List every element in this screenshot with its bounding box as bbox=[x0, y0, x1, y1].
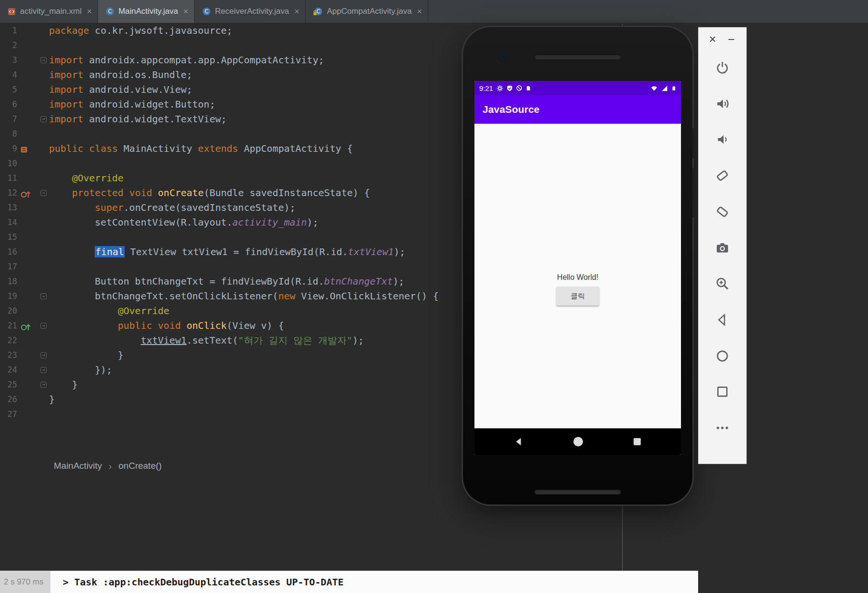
java-class-icon: C bbox=[106, 7, 114, 16]
line-number[interactable]: 25 bbox=[0, 377, 17, 392]
xml-file-icon bbox=[8, 8, 16, 16]
line-number[interactable]: 5 bbox=[0, 82, 17, 97]
nav-back-button[interactable] bbox=[513, 436, 524, 447]
line-number[interactable]: 22 bbox=[0, 333, 17, 348]
do-not-disturb-icon bbox=[516, 85, 523, 91]
nav-home-button[interactable] bbox=[572, 436, 584, 447]
breadcrumb-item-method[interactable]: onCreate() bbox=[118, 461, 162, 471]
code-text: package co.kr.jwsoft.javasource; bbox=[49, 23, 232, 38]
line-number[interactable]: 3 bbox=[0, 53, 17, 68]
line-number[interactable]: 18 bbox=[0, 274, 17, 289]
line-number[interactable]: 26 bbox=[0, 392, 17, 407]
nav-overview-button[interactable] bbox=[632, 436, 642, 447]
fold-marker-icon[interactable]: ⌐ bbox=[40, 352, 47, 358]
sim-card-icon bbox=[525, 85, 531, 92]
line-number[interactable]: 2 bbox=[0, 38, 17, 53]
emulator-minimize-button[interactable]: − bbox=[728, 33, 735, 45]
tab-label: AppCompatActivity.java bbox=[327, 7, 412, 16]
emulator-phone-frame: 9:21 JavaSource Hello World! 클릭 bbox=[463, 27, 692, 504]
code-text: txtView1.setText("혀가 길지 않은 개발자"); bbox=[49, 333, 364, 348]
front-camera bbox=[500, 54, 506, 60]
app-content: Hello World! 클릭 bbox=[474, 124, 681, 428]
line-number[interactable]: 13 bbox=[0, 200, 17, 215]
battery-icon bbox=[671, 85, 676, 92]
fold-marker-icon[interactable]: ⌐ bbox=[40, 382, 47, 388]
line-number[interactable]: 24 bbox=[0, 363, 17, 377]
power-button[interactable] bbox=[713, 58, 732, 77]
tab-close-icon[interactable]: × bbox=[87, 7, 92, 16]
phone-status-bar: 9:21 bbox=[474, 81, 681, 95]
rotate-left-button[interactable] bbox=[713, 166, 732, 185]
tab-receiveractivity-java[interactable]: CReceiverActivity.java× bbox=[195, 0, 306, 23]
code-text: } bbox=[49, 348, 124, 363]
line-number[interactable]: 15 bbox=[0, 230, 17, 245]
tab-close-icon[interactable]: × bbox=[417, 7, 422, 16]
line-number[interactable]: 16 bbox=[0, 245, 17, 259]
code-text: } bbox=[49, 377, 78, 392]
line-number[interactable]: 10 bbox=[0, 156, 17, 171]
tab-close-icon[interactable]: × bbox=[183, 7, 188, 16]
code-text: super.onCreate(savedInstanceState); bbox=[49, 200, 296, 215]
emulator-close-button[interactable]: × bbox=[709, 33, 716, 45]
line-number[interactable]: 1 bbox=[0, 23, 17, 38]
wifi-icon bbox=[651, 85, 658, 92]
screenshot-button[interactable] bbox=[713, 238, 732, 257]
bottom-speaker bbox=[534, 489, 621, 494]
line-number[interactable]: 20 bbox=[0, 304, 17, 318]
tab-activity-main-xml[interactable]: activity_main.xml× bbox=[0, 0, 98, 23]
home-button[interactable] bbox=[713, 346, 732, 366]
fold-marker-icon[interactable]: − bbox=[40, 190, 47, 196]
click-button[interactable]: 클릭 bbox=[556, 287, 599, 306]
tab-mainactivity-java[interactable]: CMainActivity.java× bbox=[98, 0, 195, 23]
volume-down-button[interactable] bbox=[713, 130, 732, 149]
code-text: setContentView(R.layout.activity_main); bbox=[49, 215, 318, 230]
volume-up-button[interactable] bbox=[713, 94, 732, 113]
line-number[interactable]: 19 bbox=[0, 289, 17, 304]
svg-text:C: C bbox=[205, 8, 208, 15]
build-duration: 2 s 970 ms bbox=[0, 571, 50, 593]
line-number[interactable]: 17 bbox=[0, 259, 17, 274]
tab-label: ReceiverActivity.java bbox=[215, 7, 289, 16]
line-number[interactable]: 27 bbox=[0, 407, 17, 422]
line-number[interactable]: 9 bbox=[0, 141, 17, 156]
back-button[interactable] bbox=[713, 310, 732, 329]
code-text: Button btnChangeTxt = findViewById(R.id.… bbox=[49, 274, 404, 289]
code-text: import android.widget.Button; bbox=[49, 97, 215, 112]
svg-text:C: C bbox=[108, 8, 112, 15]
fold-marker-icon[interactable]: ⌐ bbox=[40, 116, 47, 122]
line-number[interactable]: 14 bbox=[0, 215, 17, 230]
code-text: public void onClick(View v) { bbox=[49, 318, 284, 333]
code-text: final TextView txtView1 = findViewById(R… bbox=[49, 245, 405, 259]
more-button[interactable] bbox=[713, 418, 732, 437]
line-number[interactable]: 4 bbox=[0, 68, 17, 82]
fold-marker-icon[interactable]: − bbox=[40, 293, 47, 299]
code-text: protected void onCreate(Bundle savedInst… bbox=[49, 186, 370, 200]
fold-marker-icon[interactable]: ⌐ bbox=[40, 367, 47, 373]
line-number[interactable]: 6 bbox=[0, 97, 17, 112]
tab-appcompatactivity-java[interactable]: CAppCompatActivity.java× bbox=[306, 0, 428, 23]
rotate-right-button[interactable] bbox=[713, 202, 732, 221]
phone-screen[interactable]: 9:21 JavaSource Hello World! 클릭 bbox=[474, 81, 681, 455]
line-number[interactable]: 7 bbox=[0, 112, 17, 127]
code-text: btnChangeTxt.setOnClickListener(new View… bbox=[49, 289, 439, 304]
breadcrumb: MainActivity › onCreate() bbox=[0, 456, 466, 476]
breadcrumb-item-class[interactable]: MainActivity bbox=[54, 461, 102, 471]
fold-marker-icon[interactable]: − bbox=[40, 57, 47, 63]
line-number[interactable]: 8 bbox=[0, 127, 17, 141]
hello-text: Hello World! bbox=[474, 273, 681, 282]
svg-text:C: C bbox=[316, 8, 320, 15]
tab-close-icon[interactable]: × bbox=[294, 7, 299, 16]
fold-marker-icon[interactable]: − bbox=[40, 323, 47, 329]
side-volume-button bbox=[692, 168, 695, 217]
line-number[interactable]: 23 bbox=[0, 348, 17, 363]
phone-nav-bar bbox=[474, 428, 681, 455]
shield-icon bbox=[506, 85, 513, 92]
line-number[interactable]: 11 bbox=[0, 171, 17, 186]
breadcrumb-separator-icon: › bbox=[108, 461, 112, 472]
line-number[interactable]: 21 bbox=[0, 318, 17, 333]
overview-button[interactable] bbox=[713, 382, 732, 401]
zoom-button[interactable] bbox=[713, 274, 732, 293]
line-number[interactable]: 12 bbox=[0, 186, 17, 200]
code-text: @Override bbox=[49, 171, 124, 186]
app-bar: JavaSource bbox=[474, 95, 681, 124]
